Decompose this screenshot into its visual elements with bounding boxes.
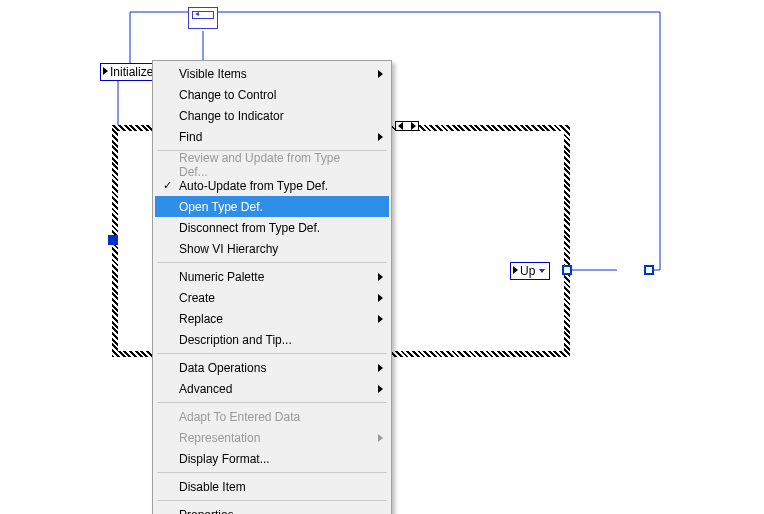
menu-item-label: Properties bbox=[179, 508, 234, 515]
menu-item-label: Create bbox=[179, 291, 215, 305]
menu-item[interactable]: Display Format... bbox=[155, 448, 389, 469]
menu-item-label: Disable Item bbox=[179, 480, 246, 494]
menu-item[interactable]: ✓Auto-Update from Type Def. bbox=[155, 175, 389, 196]
menu-item[interactable]: Data Operations bbox=[155, 357, 389, 378]
menu-item-label: Find bbox=[179, 130, 202, 144]
menu-item[interactable]: Disable Item bbox=[155, 476, 389, 497]
typedef-glyph-icon bbox=[513, 266, 518, 274]
menu-item-label: Show VI Hierarchy bbox=[179, 242, 278, 256]
menu-item-label: Adapt To Entered Data bbox=[179, 410, 300, 424]
menu-item[interactable]: Advanced bbox=[155, 378, 389, 399]
menu-item-label: Disconnect from Type Def. bbox=[179, 221, 320, 235]
left-tunnel[interactable] bbox=[108, 235, 118, 245]
menu-item-label: Visible Items bbox=[179, 67, 247, 81]
submenu-arrow-icon bbox=[378, 133, 383, 141]
right-tunnel[interactable] bbox=[562, 265, 572, 275]
menu-separator bbox=[157, 500, 387, 501]
menu-item-label: Numeric Palette bbox=[179, 270, 264, 284]
menu-item[interactable]: Description and Tip... bbox=[155, 329, 389, 350]
menu-item: Representation bbox=[155, 427, 389, 448]
initialize-terminal[interactable]: Initialize bbox=[100, 63, 158, 81]
menu-item[interactable]: Numeric Palette bbox=[155, 266, 389, 287]
dropdown-icon bbox=[539, 269, 545, 273]
menu-item-label: Replace bbox=[179, 312, 223, 326]
menu-separator bbox=[157, 402, 387, 403]
submenu-arrow-icon bbox=[378, 294, 383, 302]
submenu-arrow-icon bbox=[378, 70, 383, 78]
submenu-arrow-icon bbox=[378, 434, 383, 442]
menu-item[interactable]: Properties bbox=[155, 504, 389, 514]
case-next-icon[interactable] bbox=[411, 122, 416, 130]
context-menu: Visible ItemsChange to ControlChange to … bbox=[152, 60, 392, 514]
check-icon: ✓ bbox=[163, 179, 172, 192]
menu-item-label: Auto-Update from Type Def. bbox=[179, 179, 328, 193]
menu-item[interactable]: Replace bbox=[155, 308, 389, 329]
block-diagram-canvas: Initialize Up Visible ItemsChange to Con… bbox=[0, 0, 764, 514]
typedef-glyph-icon bbox=[103, 67, 108, 75]
menu-item[interactable]: Show VI Hierarchy bbox=[155, 238, 389, 259]
menu-item-label: Display Format... bbox=[179, 452, 270, 466]
menu-item: Adapt To Entered Data bbox=[155, 406, 389, 427]
menu-item[interactable]: Open Type Def. bbox=[155, 196, 389, 217]
menu-item: Review and Update from Type Def... bbox=[155, 154, 389, 175]
menu-item[interactable]: Disconnect from Type Def. bbox=[155, 217, 389, 238]
up-terminal[interactable]: Up bbox=[510, 262, 550, 280]
menu-item[interactable]: Find bbox=[155, 126, 389, 147]
menu-item-label: Change to Control bbox=[179, 88, 276, 102]
menu-item[interactable]: Change to Indicator bbox=[155, 105, 389, 126]
initialize-label: Initialize bbox=[103, 65, 153, 79]
submenu-arrow-icon bbox=[378, 385, 383, 393]
submenu-arrow-icon bbox=[378, 273, 383, 281]
submenu-arrow-icon bbox=[378, 315, 383, 323]
menu-item-label: Description and Tip... bbox=[179, 333, 292, 347]
menu-item-label: Open Type Def. bbox=[179, 200, 263, 214]
feedback-node-icon[interactable] bbox=[188, 7, 218, 29]
wire-node[interactable] bbox=[644, 265, 654, 275]
menu-separator bbox=[157, 353, 387, 354]
menu-item-label: Data Operations bbox=[179, 361, 266, 375]
menu-separator bbox=[157, 262, 387, 263]
menu-item-label: Change to Indicator bbox=[179, 109, 284, 123]
menu-separator bbox=[157, 472, 387, 473]
menu-item-label: Advanced bbox=[179, 382, 232, 396]
menu-item[interactable]: Change to Control bbox=[155, 84, 389, 105]
case-selector[interactable] bbox=[395, 121, 419, 131]
menu-item-label: Representation bbox=[179, 431, 260, 445]
case-prev-icon[interactable] bbox=[398, 122, 403, 130]
submenu-arrow-icon bbox=[378, 364, 383, 372]
menu-item[interactable]: Visible Items bbox=[155, 63, 389, 84]
menu-item[interactable]: Create bbox=[155, 287, 389, 308]
